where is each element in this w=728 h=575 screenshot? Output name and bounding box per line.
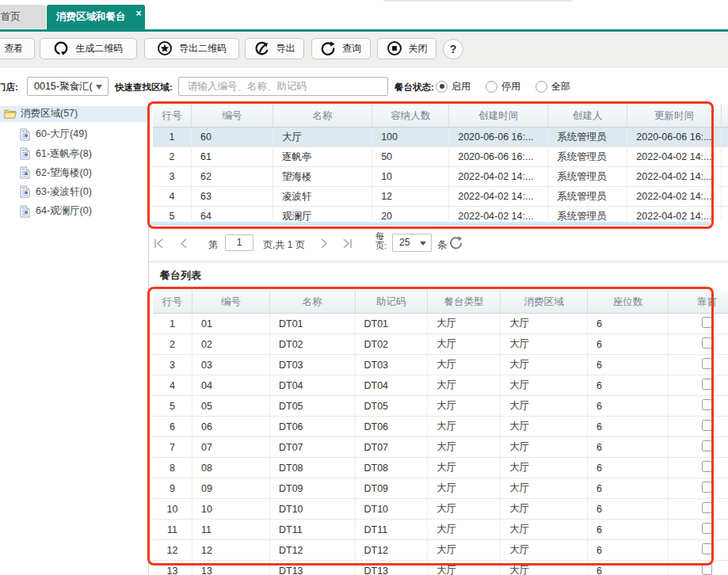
- mnemonic-cell: DT09: [356, 478, 429, 499]
- close-button[interactable]: 关闭: [377, 38, 436, 59]
- region-table-header-cell[interactable]: 创建时间: [449, 105, 548, 128]
- by-window-checkbox[interactable]: [702, 523, 713, 534]
- by-window-checkbox[interactable]: [702, 420, 713, 431]
- region-table-header-cell[interactable]: 更新时间: [627, 105, 722, 128]
- seats-cell: 6: [588, 355, 669, 375]
- row-number-cell: 2: [153, 147, 192, 167]
- table-list-header-cell[interactable]: 助记码: [356, 291, 429, 314]
- code-cell: 13: [192, 561, 270, 575]
- filler-cell: [722, 128, 728, 147]
- by-window-checkbox[interactable]: [702, 461, 713, 472]
- tree-item-area[interactable]: 63-凌波轩(0): [0, 182, 147, 201]
- tree-root-consume-area[interactable]: 消费区域(57): [0, 106, 147, 123]
- by-window-cell: [669, 396, 728, 417]
- status-radio-option[interactable]: 停用: [486, 80, 520, 93]
- first-page-icon[interactable]: [154, 238, 166, 249]
- help-button[interactable]: ?: [443, 39, 463, 59]
- tree-item-area[interactable]: 64-观澜厅(0): [0, 202, 147, 221]
- panel-divider: [148, 101, 149, 575]
- by-window-checkbox[interactable]: [702, 399, 713, 410]
- table-list-title: 餐台列表: [160, 268, 201, 283]
- tab-active-consume-area[interactable]: 消费区域和餐台 ×: [47, 5, 145, 29]
- consume-area-cell: 大厅: [501, 334, 588, 355]
- by-window-checkbox[interactable]: [702, 379, 713, 390]
- next-page-icon[interactable]: [319, 238, 329, 249]
- table-row[interactable]: 7 07 DT07 DT07 大厅 大厅 6: [153, 437, 728, 458]
- table-list-header-cell[interactable]: 编号: [192, 291, 270, 314]
- row-number-cell: 4: [153, 375, 192, 396]
- table-row[interactable]: 3 62 望海楼 10 2022-04-02 14:... 系统管理员 2022…: [153, 167, 728, 187]
- table-list-header-row: 行号编号名称助记码餐台类型消费区域座位数靠窗: [153, 291, 728, 314]
- table-list-header-cell[interactable]: 餐台类型: [428, 291, 501, 314]
- table-list-header-cell[interactable]: 名称: [270, 291, 356, 314]
- quick-search-label: 快速查找区域:: [115, 82, 173, 93]
- by-window-cell: [669, 437, 728, 458]
- by-window-checkbox[interactable]: [702, 440, 713, 451]
- table-row[interactable]: 4 04 DT04 DT04 大厅 大厅 6: [153, 375, 728, 396]
- tree-item-area[interactable]: 62-望海楼(0): [0, 163, 147, 182]
- status-radio-option[interactable]: 启用: [436, 80, 471, 93]
- region-table-header-cell[interactable]: 行号: [153, 105, 192, 128]
- export-qr-button[interactable]: 导出二维码: [144, 38, 239, 59]
- table-row[interactable]: 6 06 DT06 DT06 大厅 大厅 6: [153, 417, 728, 437]
- export-button[interactable]: 导出: [245, 38, 304, 59]
- creator-cell: 系统管理员: [548, 147, 627, 167]
- table-type-cell: 大厅: [428, 540, 501, 561]
- region-table: 行号编号名称容纳人数创建时间创建人更新时间 1 60 大厅 100 2020-0…: [153, 105, 728, 221]
- by-window-checkbox[interactable]: [702, 317, 713, 328]
- by-window-checkbox[interactable]: [702, 502, 713, 513]
- consume-area-cell: 大厅: [501, 520, 588, 540]
- name-cell: DT11: [270, 520, 356, 540]
- table-row[interactable]: 1 60 大厅 100 2020-06-06 16:... 系统管理员 2020…: [153, 128, 728, 147]
- region-table-header-cell[interactable]: 编号: [192, 105, 273, 128]
- table-list-header-cell[interactable]: 靠窗: [669, 291, 728, 314]
- region-table-hscrollbar[interactable]: [151, 222, 711, 227]
- export-label: 导出: [276, 42, 295, 55]
- table-row[interactable]: 12 12 DT12 DT12 大厅 大厅 6: [153, 540, 728, 561]
- tab-close-icon[interactable]: ×: [135, 9, 141, 18]
- table-row[interactable]: 11 11 DT11 DT11 大厅 大厅 6: [153, 520, 728, 540]
- last-page-icon[interactable]: [340, 238, 353, 249]
- by-window-checkbox[interactable]: [702, 564, 713, 575]
- table-row[interactable]: 13 13 DT13 DT13 大厅 大厅 6: [153, 561, 728, 575]
- region-table-header-cell[interactable]: 创建人: [548, 105, 627, 128]
- name-cell: DT01: [270, 314, 356, 334]
- by-window-checkbox[interactable]: [702, 482, 713, 493]
- refresh-icon[interactable]: [448, 235, 463, 250]
- status-radio-option[interactable]: 全部: [536, 80, 570, 93]
- tree-item-area[interactable]: 61-逐帆亭(8): [0, 144, 147, 163]
- table-list-header-cell[interactable]: 消费区域: [501, 291, 588, 314]
- by-window-checkbox[interactable]: [702, 358, 713, 369]
- store-select[interactable]: 0015-聚食汇(: [27, 77, 109, 96]
- quick-search-placeholder: 请输入编号、名称、助记码: [188, 81, 307, 92]
- view-button[interactable]: 查看: [0, 38, 35, 59]
- by-window-checkbox[interactable]: [702, 543, 713, 554]
- tab-home[interactable]: 首页: [0, 5, 46, 29]
- table-row[interactable]: 1 01 DT01 DT01 大厅 大厅 6: [153, 314, 728, 334]
- table-list-header-cell[interactable]: 座位数: [588, 291, 669, 314]
- table-row[interactable]: 5 05 DT05 DT05 大厅 大厅 6: [153, 396, 728, 417]
- page-size-select[interactable]: 25: [392, 234, 432, 252]
- table-row[interactable]: 10 10 DT10 DT10 大厅 大厅 6: [153, 499, 728, 520]
- table-row[interactable]: 8 08 DT08 DT08 大厅 大厅 6: [153, 458, 728, 478]
- quick-search-input[interactable]: 请输入编号、名称、助记码: [178, 77, 388, 96]
- table-row[interactable]: 9 09 DT09 DT09 大厅 大厅 6: [153, 478, 728, 499]
- mnemonic-cell: DT02: [356, 334, 429, 355]
- table-list-header-cell[interactable]: 行号: [153, 291, 192, 314]
- table-row[interactable]: 5 64 观澜厅 20 2022-04-02 14:... 系统管理员 2022…: [153, 207, 728, 221]
- table-row[interactable]: 2 61 逐帆亭 50 2020-06-06 16:... 系统管理员 2022…: [153, 147, 728, 167]
- query-button[interactable]: 查询: [311, 38, 371, 59]
- by-window-cell: [669, 561, 728, 575]
- region-table-header-cell[interactable]: 名称: [273, 105, 372, 128]
- region-table-header-cell[interactable]: 容纳人数: [372, 105, 449, 128]
- page-number-input[interactable]: 1: [225, 234, 253, 251]
- generate-qr-button[interactable]: 生成二维码: [40, 38, 137, 59]
- table-row[interactable]: 3 03 DT03 DT03 大厅 大厅 6: [153, 355, 728, 375]
- by-window-checkbox[interactable]: [702, 337, 713, 348]
- prev-page-icon[interactable]: [179, 238, 189, 249]
- table-row[interactable]: 2 02 DT02 DT02 大厅 大厅 6: [153, 334, 728, 355]
- table-row[interactable]: 4 63 凌波轩 12 2022-04-02 14:... 系统管理员 2022…: [153, 187, 728, 207]
- table-status-label: 餐台状态:: [394, 82, 434, 93]
- row-number-cell: 4: [153, 187, 192, 207]
- tree-item-area[interactable]: 60-大厅(49): [0, 125, 147, 144]
